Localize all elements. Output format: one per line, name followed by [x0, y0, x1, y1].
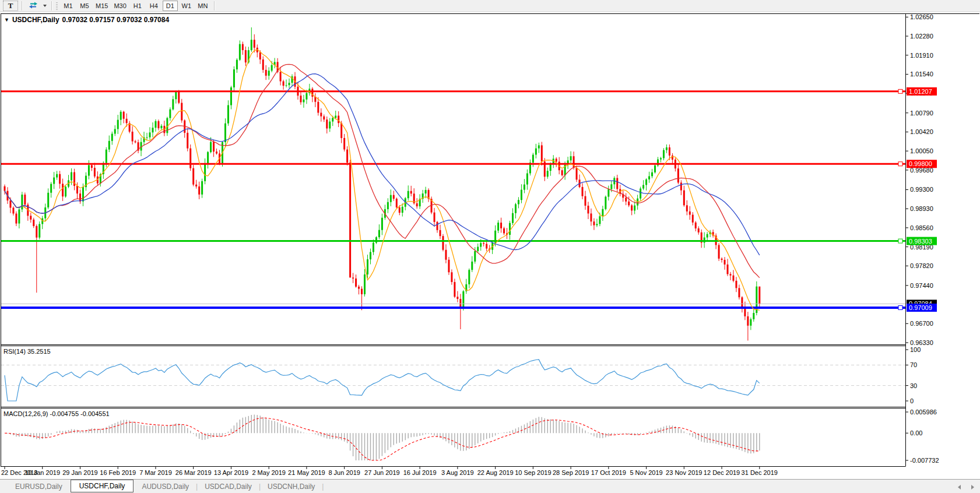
line-drag-handle[interactable]	[898, 89, 902, 93]
candle-body	[201, 181, 203, 195]
candle-body	[123, 112, 125, 119]
timeframe-button-h1[interactable]: H1	[130, 1, 145, 11]
candle-body	[157, 121, 159, 128]
timeframe-button-w1[interactable]: W1	[179, 1, 194, 11]
tab-scroll-arrows	[958, 485, 974, 490]
toolbar-separator	[22, 1, 23, 10]
date-tick-label: 31 Dec 2019	[742, 469, 778, 476]
line-drag-handle[interactable]	[898, 162, 902, 166]
candle-body	[570, 156, 572, 160]
candle-body	[410, 191, 412, 194]
candle-body	[500, 223, 502, 228]
candle-body	[425, 190, 427, 193]
timeframe-button-d1[interactable]: D1	[163, 1, 178, 11]
candle-body	[660, 158, 662, 159]
candle-body	[352, 277, 354, 279]
candle-body	[245, 50, 247, 62]
timeframe-button-m1[interactable]: M1	[61, 1, 76, 11]
timeframe-button-m5[interactable]: M5	[77, 1, 92, 11]
candle-body	[207, 152, 209, 164]
candle-body	[634, 206, 635, 211]
date-tick-label: 3 Aug 2019	[441, 469, 474, 476]
candle-body	[88, 165, 90, 175]
candle-body	[550, 164, 552, 171]
candle-body	[4, 186, 6, 191]
candle-body	[735, 281, 737, 288]
candle-body	[254, 40, 255, 48]
price-tick-label: 0.97440	[910, 282, 933, 289]
timeframe-button-m15[interactable]: M15	[93, 1, 110, 11]
chart-tab-audusd[interactable]: AUDUSD,Daily	[134, 481, 197, 492]
timeframe-button-m30[interactable]: M30	[111, 1, 128, 11]
chart-tab-usdcad[interactable]: USDCAD,Daily	[196, 481, 260, 492]
candle-body	[33, 220, 34, 226]
candle-body	[396, 199, 398, 207]
rsi-tick-label: 100	[910, 346, 921, 353]
candle-body	[358, 287, 360, 289]
candle-body	[538, 145, 540, 148]
chart-tab-usdcnh[interactable]: USDCNH,Daily	[259, 481, 323, 492]
candle-body	[448, 260, 449, 273]
candle-body	[599, 216, 600, 224]
chart-tab-usdchf[interactable]: USDCHF,Daily	[71, 480, 134, 492]
candle-body	[213, 142, 215, 152]
price-badge-label: 1.01207	[909, 88, 932, 95]
rsi-tick-label: 70	[910, 361, 917, 368]
candle-body	[532, 154, 534, 163]
candle-body	[111, 133, 113, 140]
tab-scroll-left-icon[interactable]	[958, 485, 961, 490]
candle-body	[198, 186, 200, 195]
candle-body	[576, 168, 578, 179]
candle-body	[721, 259, 723, 260]
candle-body	[126, 119, 128, 123]
candle-body	[82, 187, 84, 202]
candle-body	[387, 202, 389, 209]
candle-body	[59, 174, 61, 184]
candle-body	[593, 221, 595, 225]
price-chart[interactable]: 1.026501.022801.019101.015401.011701.007…	[0, 0, 980, 493]
timeframe-button-mn[interactable]: MN	[195, 1, 210, 11]
candle-body	[607, 189, 609, 197]
candle-body	[692, 214, 694, 222]
date-tick-label: 12 Dec 2019	[704, 469, 740, 476]
symbol-dropdown-icon[interactable]: ▼	[4, 16, 9, 23]
candle-body	[303, 100, 304, 103]
candle-body	[750, 319, 751, 326]
timeframe-button-h4[interactable]: H4	[146, 1, 161, 11]
chart-tab-bar: EURUSD,DailyUSDCHF,DailyAUDUSD,Daily|USD…	[0, 479, 980, 493]
candle-body	[587, 206, 589, 213]
candle-body	[65, 186, 66, 196]
price-tick-label: 0.96700	[910, 320, 933, 327]
chart-tab-eurusd[interactable]: EURUSD,Daily	[7, 481, 71, 492]
candle-body	[454, 282, 455, 297]
price-tick-label: 0.98930	[910, 205, 933, 212]
toolbar-grip-handle[interactable]	[56, 2, 58, 10]
candle-body	[497, 223, 499, 231]
candle-body	[47, 193, 49, 207]
candle-body	[332, 118, 333, 121]
candle-body	[172, 99, 174, 109]
rsi-indicator-label: RSI(14) 35.2515	[3, 348, 51, 355]
candle-body	[541, 145, 543, 161]
candle-body	[512, 213, 514, 223]
candle-body	[666, 147, 668, 150]
date-tick-label: 8 Jun 2019	[328, 469, 360, 476]
candle-body	[160, 126, 162, 128]
price-badge-label: 0.97009	[909, 304, 932, 311]
rsi-tick-label: 30	[910, 382, 917, 389]
line-drag-handle[interactable]	[898, 239, 902, 243]
line-drag-handle[interactable]	[898, 305, 902, 309]
candle-body	[373, 242, 374, 252]
candle-body	[187, 133, 188, 149]
tab-scroll-right-icon[interactable]	[971, 485, 974, 490]
candle-body	[515, 204, 517, 213]
text-tool-button[interactable]: T	[3, 1, 18, 11]
swap-arrows-icon-button[interactable]	[26, 1, 40, 11]
candle-body	[758, 287, 760, 304]
candle-body	[132, 132, 134, 142]
date-tick-label: 16 Feb 2019	[100, 469, 136, 476]
candle-body	[741, 297, 743, 307]
toolbar-dropdown-caret[interactable]	[41, 1, 48, 11]
date-tick-label: 29 Jan 2019	[62, 469, 98, 476]
candle-body	[440, 230, 441, 236]
